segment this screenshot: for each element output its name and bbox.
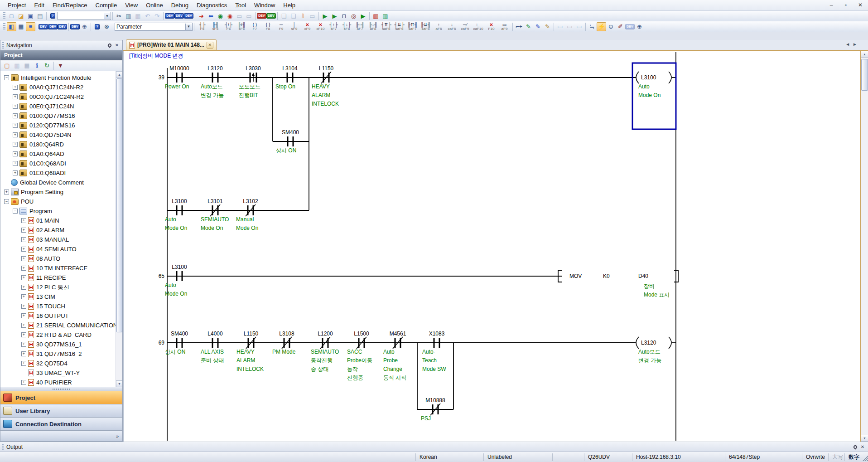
tree-item-11-recipe[interactable]: +11 RECIPE [0, 273, 116, 282]
expand-icon[interactable]: + [21, 351, 26, 356]
tree-item-30-qd77ms16-1[interactable]: +30 QD77MS16_1 [0, 340, 116, 349]
ladder-contact-L1500[interactable]: L1500SACCProbe이동동작진행중 [347, 331, 372, 381]
nav-button-project[interactable]: Project [0, 391, 122, 404]
nav-properties-icon[interactable]: ℹ [32, 61, 42, 70]
coil-icon[interactable]: ( )F7 [248, 21, 261, 32]
delete-vertical-line-icon[interactable]: ✕cF10 [314, 21, 327, 32]
doc-gen-icon-3[interactable]: ▭ [574, 22, 584, 31]
device-display-icon[interactable]: DEV [70, 22, 80, 31]
parallel-closed-contact-icon[interactable]: ╟/╢sF6 [235, 21, 248, 32]
tab-prg-main[interactable]: [PRG]Write 01 MAIN 148... ✕ [126, 39, 217, 50]
expand-icon[interactable]: + [13, 94, 18, 99]
expand-icon[interactable]: + [21, 285, 26, 290]
nav-paste-icon[interactable]: ▦ [22, 61, 32, 70]
pin-icon[interactable] [106, 42, 113, 49]
device-monitor-icon-2[interactable]: DEV [174, 11, 184, 20]
window-cascade-icon[interactable]: ❏ [279, 11, 289, 20]
device-monitor-icon-1[interactable]: DEV [165, 11, 174, 20]
tree-item-pou[interactable]: −POU [0, 197, 116, 206]
parameter-combo[interactable]: Parameter▼ [115, 23, 193, 31]
tree-scrollbar[interactable]: ▲ ▼ [116, 71, 122, 387]
tree-item-01a0-q64ad[interactable]: +01A0:Q64AD [0, 149, 116, 159]
expand-icon[interactable]: + [21, 294, 26, 299]
tree-item-02-alarm[interactable]: +02 ALARM [0, 225, 116, 235]
write-comment-icon[interactable]: ✐ [616, 22, 625, 31]
tree-item-21-serial-communication[interactable]: +21 SERIAL COMMUNICATION [0, 321, 116, 330]
editor-scrollbar[interactable]: ▲ ▼ [860, 51, 868, 442]
ladder-contact-L3102[interactable]: L3102ManualMode On [236, 198, 258, 231]
ladder-contact-L3120[interactable]: L3120Auto모드변경 가능 [201, 65, 224, 98]
menu-findreplace[interactable]: Find/Replace [48, 0, 92, 10]
rising-pulse-icon[interactable]: ┤↑├sF7 [327, 21, 340, 32]
export-icon[interactable]: ⇩ [298, 11, 308, 20]
nav-new-icon[interactable]: ▢ [2, 61, 12, 70]
expand-icon[interactable]: + [13, 104, 18, 109]
ladder-contact-X1083[interactable]: X1083Auto-TeachMode SW [422, 331, 446, 372]
tree-item-01c0-q68adi[interactable]: +01C0:Q68ADI [0, 159, 116, 168]
vertical-line-icon[interactable]: │sF9 [288, 21, 301, 32]
ladder-contact-L4000[interactable]: L4000ALL AXIS준비 상태 [201, 331, 224, 364]
pulse-open-parallel-icon[interactable]: ╟⇈╢saF7 [406, 21, 419, 32]
expand-icon[interactable]: + [21, 342, 26, 347]
tab-scroll-left-icon[interactable]: ◄ [845, 42, 850, 47]
tree-item-04-semi-auto[interactable]: +04 SEMI AUTO [0, 244, 116, 254]
dev-display-icon[interactable]: DEV [625, 22, 635, 31]
tree-scroll-down-icon[interactable]: ▼ [116, 380, 122, 387]
tree-item-12-plc-[interactable]: +12 PLC 통신 [0, 282, 116, 292]
editor-scroll-thumb[interactable] [861, 59, 868, 91]
invert-result-icon[interactable]: ─∕caF9 [458, 21, 472, 32]
tree-item-00c0-qj71c24n-r2[interactable]: +00C0:QJ71C24N-R2 [0, 92, 116, 102]
parallel-rising-pulse-icon[interactable]: ╟↑╢aF7 [353, 21, 366, 32]
expand-icon[interactable]: + [21, 361, 26, 366]
expand-icon[interactable]: + [21, 218, 26, 223]
remote-icon[interactable]: ▭ [244, 11, 254, 20]
device-monitor-icon-3[interactable]: DEV [184, 11, 193, 20]
run-icon[interactable]: ▶ [358, 11, 368, 20]
menu-edit[interactable]: Edit [30, 0, 48, 10]
device-read-icon[interactable]: DEV [266, 11, 276, 20]
copy-icon[interactable]: ▥ [124, 11, 133, 20]
expand-icon[interactable]: + [13, 113, 18, 118]
ladder-edit-start-icon[interactable]: ▶ [320, 11, 330, 20]
monitor-write-icon[interactable]: ◉ [225, 11, 235, 20]
ladder-edit-end-icon[interactable]: ▶ [330, 11, 339, 20]
module-config-icon[interactable]: ▦ [16, 22, 26, 31]
expand-icon[interactable]: + [13, 161, 18, 166]
sampling-trace-icon-1[interactable]: ▥ [371, 11, 381, 20]
parallel-falling-pulse-icon[interactable]: ╟↓╢aF8 [366, 21, 380, 32]
monitor-window-icon[interactable]: ▭ [308, 11, 317, 20]
minimize-icon[interactable]: – [826, 1, 836, 9]
horizontal-line-icon[interactable]: ─F9 [275, 21, 288, 32]
expand-icon[interactable]: + [21, 256, 26, 261]
window-tile-icon[interactable]: ❏ [289, 11, 298, 20]
tree-scroll-thumb[interactable] [116, 78, 122, 332]
menu-window[interactable]: Window [250, 0, 279, 10]
expand-icon[interactable]: + [21, 332, 26, 337]
save-icon[interactable]: ▣ [26, 11, 35, 20]
expand-icon[interactable]: + [21, 380, 26, 385]
pulse-close-parallel-icon[interactable]: ╟⇊╢saF8 [419, 21, 432, 32]
tree-item-33-umac-wt-y[interactable]: 33 UMAC_WT-Y [0, 368, 116, 378]
edge-relay-icon[interactable]: ⌐+ [514, 22, 524, 31]
nav-button-connection-destination[interactable]: Connection Destination [0, 417, 122, 430]
tree-item-13-cim[interactable]: +13 CIM [0, 292, 116, 302]
redo-icon[interactable]: ↷ [152, 11, 162, 20]
menu-tool[interactable]: Tool [231, 0, 250, 10]
navigation-window-icon[interactable]: ◧ [7, 22, 16, 31]
nav-filter-icon[interactable]: ▼ [56, 61, 65, 70]
expand-icon[interactable]: + [21, 313, 26, 318]
tree-item-program[interactable]: −Program [0, 206, 116, 216]
ladder-contact-L3101[interactable]: L3101SEMIAUTOMode On [201, 198, 229, 231]
undo-icon[interactable]: ↶ [143, 11, 152, 20]
expand-icon[interactable]: + [13, 85, 18, 90]
expand-icon[interactable]: + [21, 266, 26, 271]
zoom-icon[interactable]: ⊕ [635, 22, 644, 31]
help2-icon[interactable]: ? [92, 22, 102, 31]
ladder-contact-L3030[interactable]: L3030오토모드진행BIT [239, 65, 261, 98]
menu-diagnostics[interactable]: Diagnostics [193, 0, 231, 10]
tree-scroll-up-icon[interactable]: ▲ [116, 71, 122, 78]
menu-help[interactable]: Help [279, 0, 299, 10]
expand-icon[interactable]: + [4, 190, 9, 195]
ladder-contact-L1150[interactable]: L1150HEAVYALARMINTELOCK [312, 65, 339, 107]
ladder-contact-M4561[interactable]: M4561AutoProbeChange동작 시작 [383, 331, 406, 381]
